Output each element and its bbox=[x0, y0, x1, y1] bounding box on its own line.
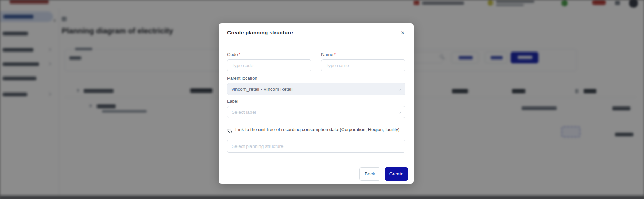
name-input[interactable] bbox=[321, 59, 405, 71]
link-info-note: Link to the unit tree of recording consu… bbox=[227, 127, 405, 134]
create-planning-structure-modal: Create planning structure ✕ Code* Name* … bbox=[219, 23, 414, 184]
modal-title: Create planning structure bbox=[227, 30, 293, 36]
tag-icon bbox=[227, 128, 232, 134]
required-asterisk: * bbox=[239, 52, 240, 57]
close-icon[interactable]: ✕ bbox=[398, 28, 408, 38]
parent-location-value: vincom_retail - Vincom Retail bbox=[232, 87, 293, 92]
label-select-placeholder: Select label bbox=[232, 110, 256, 115]
parent-location-label: Parent location bbox=[227, 75, 405, 81]
modal-body: Code* Name* Parent location vincom_retai… bbox=[219, 42, 414, 153]
code-input[interactable] bbox=[227, 59, 311, 71]
label-select[interactable]: Select label bbox=[227, 106, 405, 118]
chevron-down-icon bbox=[397, 110, 401, 114]
label-field-group: Label Select label bbox=[227, 98, 405, 118]
chevron-down-icon bbox=[397, 87, 401, 91]
name-field-group: Name* bbox=[321, 52, 405, 71]
parent-location-select: vincom_retail - Vincom Retail bbox=[227, 83, 405, 95]
back-button[interactable]: Back bbox=[359, 167, 380, 181]
link-info-text: Link to the unit tree of recording consu… bbox=[235, 127, 400, 134]
modal-footer: Back Create bbox=[219, 164, 414, 184]
parent-location-field-group: Parent location vincom_retail - Vincom R… bbox=[227, 75, 405, 95]
planning-structure-field-group bbox=[227, 140, 405, 153]
planning-structure-input[interactable] bbox=[227, 140, 405, 153]
code-field-group: Code* bbox=[227, 52, 311, 71]
name-label: Name* bbox=[321, 52, 405, 57]
required-asterisk: * bbox=[334, 52, 336, 57]
modal-header: Create planning structure ✕ bbox=[219, 23, 414, 42]
label-label: Label bbox=[227, 98, 405, 104]
create-button[interactable]: Create bbox=[385, 167, 408, 181]
code-label: Code* bbox=[227, 52, 311, 57]
